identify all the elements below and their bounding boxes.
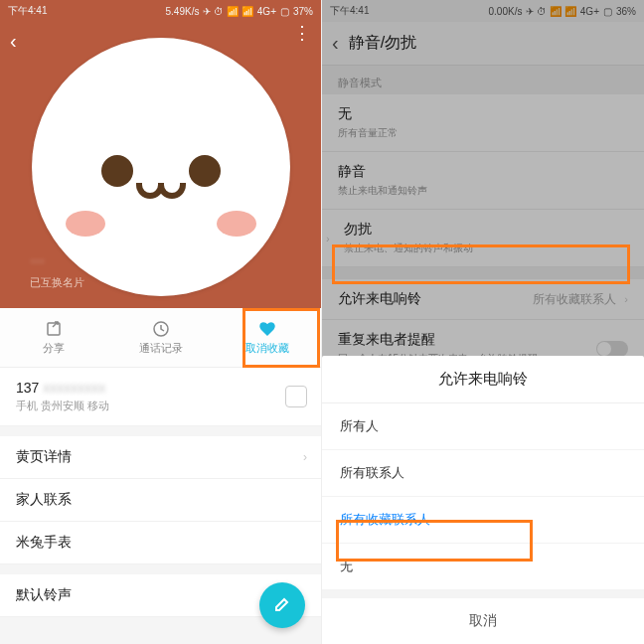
tab-share[interactable]: 分享 bbox=[0, 308, 107, 367]
avatar-mouth bbox=[136, 183, 186, 199]
back-icon[interactable]: ‹ bbox=[10, 30, 17, 53]
tab-label: 分享 bbox=[43, 341, 65, 356]
status-signal: 4G+ bbox=[257, 6, 276, 17]
action-tabs: 分享 通话记录 取消收藏 bbox=[0, 308, 321, 368]
section-gap bbox=[0, 426, 321, 436]
option-everyone[interactable]: 所有人 bbox=[322, 403, 644, 450]
option-fav-contacts[interactable]: 所有收藏联系人 bbox=[322, 497, 644, 544]
contact-name-blurred: ··· bbox=[30, 250, 84, 271]
phone-contact: 下午4:41 5.49K/s ✈ ⏱ 📶 📶 4G+ ▢ 37% ‹ ⋮ ···… bbox=[0, 0, 322, 644]
tab-unfavorite[interactable]: 取消收藏 bbox=[214, 308, 321, 367]
contact-header: 下午4:41 5.49K/s ✈ ⏱ 📶 📶 4G+ ▢ 37% ‹ ⋮ ···… bbox=[0, 0, 321, 308]
more-icon[interactable]: ⋮ bbox=[293, 30, 311, 37]
phone-settings: 下午4:41 0.00K/s ✈ ⏱ 📶 📶 4G+ ▢ 36% ‹ 静音/勿扰… bbox=[322, 0, 644, 644]
phone-sub: 手机 贵州安顺 移动 bbox=[16, 399, 305, 413]
avatar-blush bbox=[217, 211, 256, 237]
avatar-eye bbox=[101, 155, 133, 187]
tab-label: 取消收藏 bbox=[245, 341, 289, 356]
avatar-eye bbox=[189, 155, 221, 187]
option-none[interactable]: 无 bbox=[322, 544, 644, 590]
status-battery: 37% bbox=[293, 6, 313, 17]
row-phone-number[interactable]: 137 xxxxxxxxx 手机 贵州安顺 移动 bbox=[0, 368, 321, 426]
tab-history[interactable]: 通话记录 bbox=[107, 308, 215, 367]
sheet-title: 允许来电响铃 bbox=[322, 356, 644, 403]
cancel-button[interactable]: 取消 bbox=[322, 590, 644, 644]
row-label: 默认铃声 bbox=[16, 586, 72, 602]
row-mitu[interactable]: 米兔手表 bbox=[0, 522, 321, 564]
status-speed: 5.49K/s bbox=[166, 6, 200, 17]
namecard: ··· 已互换名片 bbox=[30, 250, 84, 290]
edit-icon bbox=[273, 596, 291, 614]
option-sheet: 允许来电响铃 所有人 所有联系人 所有收藏联系人 无 取消 bbox=[322, 356, 644, 644]
option-all-contacts[interactable]: 所有联系人 bbox=[322, 450, 644, 497]
row-label: 米兔手表 bbox=[16, 534, 72, 550]
phone-number: 137 xxxxxxxxx bbox=[16, 380, 305, 396]
status-bar: 下午4:41 5.49K/s ✈ ⏱ 📶 📶 4G+ ▢ 37% bbox=[0, 0, 321, 22]
row-family[interactable]: 家人联系 bbox=[0, 479, 321, 522]
chevron-right-icon: › bbox=[303, 450, 307, 464]
heart-icon bbox=[258, 320, 276, 338]
namecard-label: 已互换名片 bbox=[30, 276, 84, 288]
status-right: 5.49K/s ✈ ⏱ 📶 📶 4G+ ▢ 37% bbox=[166, 6, 313, 17]
status-time: 下午4:41 bbox=[8, 4, 166, 18]
message-icon[interactable] bbox=[285, 386, 307, 407]
clock-icon bbox=[152, 320, 170, 338]
row-label: 家人联系 bbox=[16, 491, 72, 507]
row-yellowpage[interactable]: 黄页详情 › bbox=[0, 436, 321, 479]
row-label: 黄页详情 bbox=[16, 448, 72, 464]
avatar-blush bbox=[66, 211, 105, 237]
share-icon bbox=[45, 320, 63, 338]
edit-fab[interactable] bbox=[259, 582, 305, 628]
section-gap bbox=[0, 564, 321, 574]
tab-label: 通话记录 bbox=[139, 341, 183, 356]
